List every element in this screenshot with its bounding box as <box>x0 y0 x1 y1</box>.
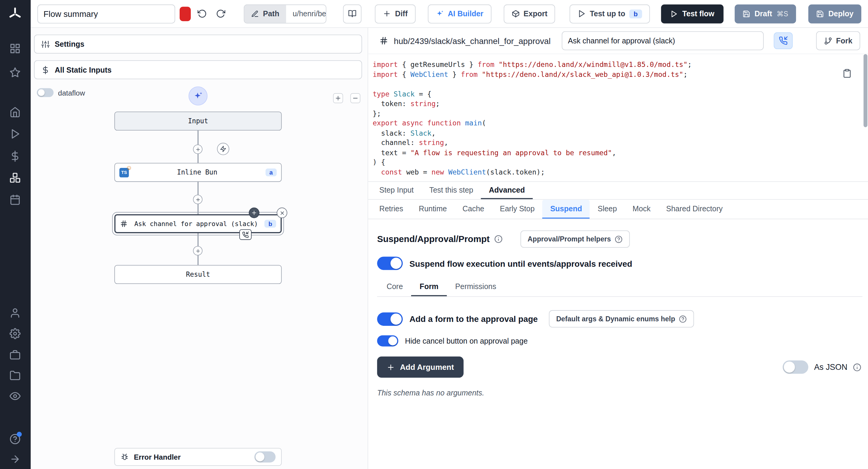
resources-boxes-icon[interactable] <box>9 173 21 184</box>
star-icon[interactable] <box>9 67 21 78</box>
audit-eye-icon[interactable] <box>9 390 21 402</box>
hide-cancel-toggle[interactable] <box>377 335 398 346</box>
diff-button[interactable]: Diff <box>375 4 415 23</box>
tab-mock[interactable]: Mock <box>625 200 658 219</box>
step-badge: b <box>629 9 642 19</box>
panels-icon[interactable] <box>9 43 21 54</box>
undo-button[interactable] <box>195 6 209 22</box>
code-scrollbar[interactable] <box>864 54 867 127</box>
ai-flow-wand-button[interactable] <box>189 87 208 105</box>
node-inline-bun[interactable]: TS☺ Inline Bun a <box>114 163 281 182</box>
path-group[interactable]: Path u/henri/ben <box>244 4 327 23</box>
ai-builder-button[interactable]: AI Builder <box>428 4 491 23</box>
flow-summary-input[interactable] <box>37 4 175 23</box>
info-icon[interactable] <box>853 363 861 371</box>
hide-cancel-label: Hide cancel button on approval page <box>405 337 528 345</box>
expand-sidebar-icon[interactable] <box>9 454 21 465</box>
tab-retries[interactable]: Retries <box>372 200 411 219</box>
error-handler-toggle[interactable] <box>254 451 276 462</box>
step-detail-panel: hub/2439/slack/ask_channel_for_approval … <box>368 28 868 469</box>
node-inline-bun-label: Inline Bun <box>129 168 266 176</box>
static-inputs-row[interactable]: All Static Inputs <box>34 60 362 79</box>
variables-dollar-icon[interactable] <box>9 151 21 162</box>
tab-test-this-step[interactable]: Test this step <box>421 182 481 199</box>
suspend-indicator-button[interactable] <box>774 32 793 49</box>
user-icon[interactable] <box>9 307 21 319</box>
subtab-permissions[interactable]: Permissions <box>447 278 505 296</box>
add-argument-button[interactable]: Add Argument <box>377 356 463 378</box>
windmill-logo[interactable] <box>7 6 23 22</box>
tab-suspend[interactable]: Suspend <box>542 200 590 219</box>
insert-step-button[interactable] <box>193 195 202 204</box>
node-move-button[interactable] <box>249 208 259 218</box>
suspend-toggle[interactable] <box>377 256 403 270</box>
draft-button[interactable]: Draft⌘S <box>735 4 796 23</box>
tab-runtime[interactable]: Runtime <box>411 200 455 219</box>
hub-script-path[interactable]: hub/2439/slack/ask_channel_for_approval <box>394 36 551 45</box>
flow-graph-panel: Settings All Static Inputs dataflow Inpu… <box>31 28 368 469</box>
error-handler-label: Error Handler <box>134 453 181 461</box>
home-icon[interactable] <box>9 107 21 118</box>
advanced-tabs: Retries Runtime Cache Early Stop Suspend… <box>368 200 868 219</box>
as-json-toggle[interactable] <box>783 361 809 374</box>
tab-shared-directory[interactable]: Shared Directory <box>658 200 730 219</box>
insert-step-button[interactable] <box>193 246 202 255</box>
settings-label: Settings <box>55 40 84 48</box>
zoom-out-button[interactable] <box>350 93 360 103</box>
plus-icon <box>387 363 395 371</box>
copy-code-button[interactable] <box>842 67 854 79</box>
path-edit-segment[interactable]: Path <box>244 5 286 23</box>
dataflow-toggle[interactable] <box>37 88 54 97</box>
flow-settings-row[interactable]: Settings <box>34 35 362 54</box>
info-icon[interactable] <box>494 235 503 243</box>
export-button[interactable]: Export <box>503 4 555 23</box>
folders-icon[interactable] <box>9 370 21 381</box>
tab-cache[interactable]: Cache <box>455 200 492 219</box>
path-value: u/henri/ben <box>286 5 327 23</box>
subtab-form[interactable]: Form <box>411 278 447 296</box>
add-form-toggle[interactable] <box>377 312 403 325</box>
play-icon <box>578 9 586 18</box>
left-sidebar <box>0 0 31 469</box>
fork-label: Fork <box>836 36 852 45</box>
phone-incoming-icon <box>242 231 249 238</box>
zoom-in-button[interactable] <box>333 93 343 103</box>
fork-button[interactable]: Fork <box>816 31 860 50</box>
wand-icon <box>193 91 203 101</box>
as-json-group: As JSON <box>783 361 863 374</box>
play-icon <box>670 10 678 18</box>
runs-play-icon[interactable] <box>9 128 21 139</box>
tab-sleep[interactable]: Sleep <box>590 200 625 219</box>
redo-button[interactable] <box>213 6 227 22</box>
workers-briefcase-icon[interactable] <box>9 349 21 361</box>
error-handler-row[interactable]: Error Handler <box>114 448 281 466</box>
unsaved-indicator-button[interactable] <box>180 6 191 21</box>
default-args-help-button[interactable]: Default args & Dynamic enums help <box>549 310 694 327</box>
step-summary-input[interactable] <box>562 31 764 50</box>
settings-gear-icon[interactable] <box>9 328 21 339</box>
tab-advanced[interactable]: Advanced <box>481 182 532 199</box>
test-up-to-button[interactable]: Test up tob <box>569 4 650 23</box>
node-delete-button[interactable] <box>277 208 287 218</box>
plus-icon <box>383 9 391 18</box>
suspend-phone-badge[interactable] <box>239 229 252 240</box>
deploy-button[interactable]: Deploy <box>808 4 861 23</box>
path-label: Path <box>263 9 279 18</box>
section-title: Suspend/Approval/Prompt <box>377 234 490 244</box>
node-input[interactable]: Input <box>114 112 281 130</box>
code-editor[interactable]: import { getResumeUrls } from "https://d… <box>368 54 868 182</box>
approval-helpers-label: Approval/Prompt helpers <box>528 235 611 243</box>
test-flow-button[interactable]: Test flow <box>661 4 723 23</box>
insert-step-button[interactable] <box>193 145 202 154</box>
trigger-bolt-button[interactable] <box>217 143 229 155</box>
help-icon <box>679 315 687 323</box>
docs-button[interactable] <box>343 4 362 23</box>
tab-step-input[interactable]: Step Input <box>372 182 422 199</box>
step-header: hub/2439/slack/ask_channel_for_approval … <box>368 28 868 54</box>
tab-early-stop[interactable]: Early Stop <box>492 200 542 219</box>
approval-helpers-button[interactable]: Approval/Prompt helpers <box>521 230 630 247</box>
slack-icon <box>379 36 389 45</box>
schedules-calendar-icon[interactable] <box>9 194 21 205</box>
subtab-core[interactable]: Core <box>378 278 411 296</box>
node-result[interactable]: Result <box>114 265 281 284</box>
